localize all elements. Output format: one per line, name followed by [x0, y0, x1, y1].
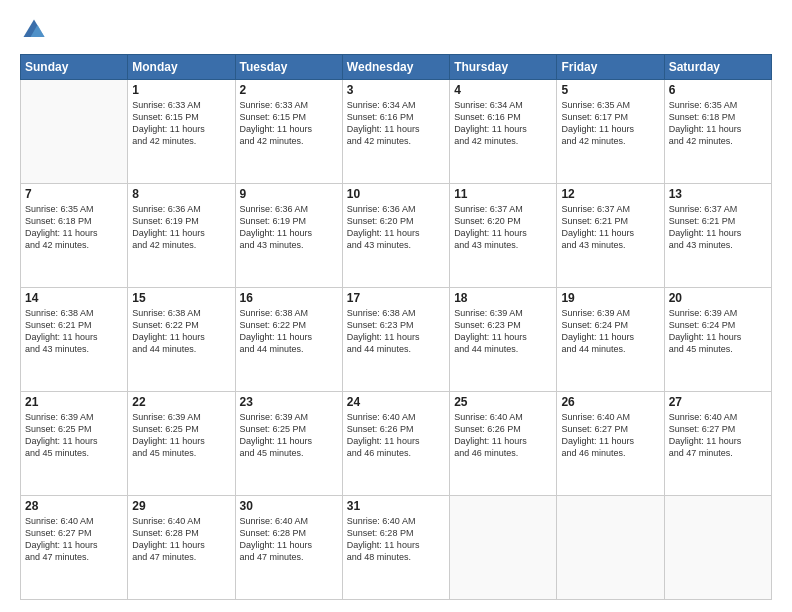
day-number: 18 — [454, 291, 552, 305]
day-number: 29 — [132, 499, 230, 513]
header-day-friday: Friday — [557, 55, 664, 80]
week-row-1: 1Sunrise: 6:33 AM Sunset: 6:15 PM Daylig… — [21, 80, 772, 184]
day-detail: Sunrise: 6:38 AM Sunset: 6:22 PM Dayligh… — [240, 307, 338, 356]
day-detail: Sunrise: 6:36 AM Sunset: 6:20 PM Dayligh… — [347, 203, 445, 252]
calendar-cell: 22Sunrise: 6:39 AM Sunset: 6:25 PM Dayli… — [128, 392, 235, 496]
day-detail: Sunrise: 6:39 AM Sunset: 6:24 PM Dayligh… — [561, 307, 659, 356]
day-detail: Sunrise: 6:37 AM Sunset: 6:21 PM Dayligh… — [669, 203, 767, 252]
calendar-cell — [664, 496, 771, 600]
day-number: 2 — [240, 83, 338, 97]
day-number: 30 — [240, 499, 338, 513]
day-detail: Sunrise: 6:38 AM Sunset: 6:21 PM Dayligh… — [25, 307, 123, 356]
day-number: 23 — [240, 395, 338, 409]
header-day-saturday: Saturday — [664, 55, 771, 80]
day-detail: Sunrise: 6:39 AM Sunset: 6:24 PM Dayligh… — [669, 307, 767, 356]
calendar-cell: 28Sunrise: 6:40 AM Sunset: 6:27 PM Dayli… — [21, 496, 128, 600]
day-detail: Sunrise: 6:34 AM Sunset: 6:16 PM Dayligh… — [347, 99, 445, 148]
day-number: 31 — [347, 499, 445, 513]
day-detail: Sunrise: 6:39 AM Sunset: 6:25 PM Dayligh… — [25, 411, 123, 460]
calendar-table: SundayMondayTuesdayWednesdayThursdayFrid… — [20, 54, 772, 600]
calendar-cell: 9Sunrise: 6:36 AM Sunset: 6:19 PM Daylig… — [235, 184, 342, 288]
day-detail: Sunrise: 6:37 AM Sunset: 6:21 PM Dayligh… — [561, 203, 659, 252]
calendar-cell: 26Sunrise: 6:40 AM Sunset: 6:27 PM Dayli… — [557, 392, 664, 496]
day-number: 12 — [561, 187, 659, 201]
day-number: 13 — [669, 187, 767, 201]
day-number: 9 — [240, 187, 338, 201]
calendar-cell: 6Sunrise: 6:35 AM Sunset: 6:18 PM Daylig… — [664, 80, 771, 184]
day-number: 20 — [669, 291, 767, 305]
day-number: 7 — [25, 187, 123, 201]
day-detail: Sunrise: 6:36 AM Sunset: 6:19 PM Dayligh… — [132, 203, 230, 252]
day-detail: Sunrise: 6:40 AM Sunset: 6:27 PM Dayligh… — [669, 411, 767, 460]
day-number: 21 — [25, 395, 123, 409]
day-number: 4 — [454, 83, 552, 97]
day-number: 11 — [454, 187, 552, 201]
day-detail: Sunrise: 6:40 AM Sunset: 6:28 PM Dayligh… — [347, 515, 445, 564]
day-number: 8 — [132, 187, 230, 201]
day-number: 24 — [347, 395, 445, 409]
day-number: 26 — [561, 395, 659, 409]
calendar-cell: 18Sunrise: 6:39 AM Sunset: 6:23 PM Dayli… — [450, 288, 557, 392]
header-row: SundayMondayTuesdayWednesdayThursdayFrid… — [21, 55, 772, 80]
calendar-cell: 17Sunrise: 6:38 AM Sunset: 6:23 PM Dayli… — [342, 288, 449, 392]
week-row-5: 28Sunrise: 6:40 AM Sunset: 6:27 PM Dayli… — [21, 496, 772, 600]
day-number: 5 — [561, 83, 659, 97]
calendar-cell — [557, 496, 664, 600]
calendar-cell: 29Sunrise: 6:40 AM Sunset: 6:28 PM Dayli… — [128, 496, 235, 600]
calendar-cell — [450, 496, 557, 600]
calendar-cell: 2Sunrise: 6:33 AM Sunset: 6:15 PM Daylig… — [235, 80, 342, 184]
day-detail: Sunrise: 6:34 AM Sunset: 6:16 PM Dayligh… — [454, 99, 552, 148]
calendar-cell: 20Sunrise: 6:39 AM Sunset: 6:24 PM Dayli… — [664, 288, 771, 392]
day-detail: Sunrise: 6:39 AM Sunset: 6:25 PM Dayligh… — [240, 411, 338, 460]
day-number: 22 — [132, 395, 230, 409]
day-detail: Sunrise: 6:35 AM Sunset: 6:18 PM Dayligh… — [669, 99, 767, 148]
calendar-cell: 15Sunrise: 6:38 AM Sunset: 6:22 PM Dayli… — [128, 288, 235, 392]
header-day-wednesday: Wednesday — [342, 55, 449, 80]
header-day-monday: Monday — [128, 55, 235, 80]
day-number: 15 — [132, 291, 230, 305]
day-detail: Sunrise: 6:33 AM Sunset: 6:15 PM Dayligh… — [132, 99, 230, 148]
day-detail: Sunrise: 6:39 AM Sunset: 6:23 PM Dayligh… — [454, 307, 552, 356]
page: SundayMondayTuesdayWednesdayThursdayFrid… — [0, 0, 792, 612]
calendar-cell: 8Sunrise: 6:36 AM Sunset: 6:19 PM Daylig… — [128, 184, 235, 288]
calendar-cell: 1Sunrise: 6:33 AM Sunset: 6:15 PM Daylig… — [128, 80, 235, 184]
calendar-header: SundayMondayTuesdayWednesdayThursdayFrid… — [21, 55, 772, 80]
day-number: 16 — [240, 291, 338, 305]
header-day-tuesday: Tuesday — [235, 55, 342, 80]
calendar-cell: 19Sunrise: 6:39 AM Sunset: 6:24 PM Dayli… — [557, 288, 664, 392]
calendar-cell: 31Sunrise: 6:40 AM Sunset: 6:28 PM Dayli… — [342, 496, 449, 600]
calendar-cell: 27Sunrise: 6:40 AM Sunset: 6:27 PM Dayli… — [664, 392, 771, 496]
day-detail: Sunrise: 6:39 AM Sunset: 6:25 PM Dayligh… — [132, 411, 230, 460]
header-day-thursday: Thursday — [450, 55, 557, 80]
day-detail: Sunrise: 6:40 AM Sunset: 6:28 PM Dayligh… — [240, 515, 338, 564]
week-row-4: 21Sunrise: 6:39 AM Sunset: 6:25 PM Dayli… — [21, 392, 772, 496]
day-number: 19 — [561, 291, 659, 305]
day-detail: Sunrise: 6:35 AM Sunset: 6:18 PM Dayligh… — [25, 203, 123, 252]
calendar-cell: 5Sunrise: 6:35 AM Sunset: 6:17 PM Daylig… — [557, 80, 664, 184]
week-row-3: 14Sunrise: 6:38 AM Sunset: 6:21 PM Dayli… — [21, 288, 772, 392]
calendar-cell: 11Sunrise: 6:37 AM Sunset: 6:20 PM Dayli… — [450, 184, 557, 288]
logo-icon — [20, 16, 48, 44]
day-number: 25 — [454, 395, 552, 409]
day-number: 17 — [347, 291, 445, 305]
day-number: 28 — [25, 499, 123, 513]
calendar-cell: 30Sunrise: 6:40 AM Sunset: 6:28 PM Dayli… — [235, 496, 342, 600]
calendar-cell: 12Sunrise: 6:37 AM Sunset: 6:21 PM Dayli… — [557, 184, 664, 288]
week-row-2: 7Sunrise: 6:35 AM Sunset: 6:18 PM Daylig… — [21, 184, 772, 288]
day-detail: Sunrise: 6:38 AM Sunset: 6:23 PM Dayligh… — [347, 307, 445, 356]
day-detail: Sunrise: 6:40 AM Sunset: 6:26 PM Dayligh… — [454, 411, 552, 460]
day-number: 1 — [132, 83, 230, 97]
calendar-cell: 23Sunrise: 6:39 AM Sunset: 6:25 PM Dayli… — [235, 392, 342, 496]
day-number: 27 — [669, 395, 767, 409]
calendar-cell: 13Sunrise: 6:37 AM Sunset: 6:21 PM Dayli… — [664, 184, 771, 288]
header-day-sunday: Sunday — [21, 55, 128, 80]
calendar-cell: 25Sunrise: 6:40 AM Sunset: 6:26 PM Dayli… — [450, 392, 557, 496]
calendar-cell: 3Sunrise: 6:34 AM Sunset: 6:16 PM Daylig… — [342, 80, 449, 184]
calendar-cell: 4Sunrise: 6:34 AM Sunset: 6:16 PM Daylig… — [450, 80, 557, 184]
day-detail: Sunrise: 6:37 AM Sunset: 6:20 PM Dayligh… — [454, 203, 552, 252]
day-detail: Sunrise: 6:38 AM Sunset: 6:22 PM Dayligh… — [132, 307, 230, 356]
day-detail: Sunrise: 6:33 AM Sunset: 6:15 PM Dayligh… — [240, 99, 338, 148]
logo — [20, 16, 52, 44]
day-detail: Sunrise: 6:40 AM Sunset: 6:26 PM Dayligh… — [347, 411, 445, 460]
day-detail: Sunrise: 6:40 AM Sunset: 6:27 PM Dayligh… — [25, 515, 123, 564]
